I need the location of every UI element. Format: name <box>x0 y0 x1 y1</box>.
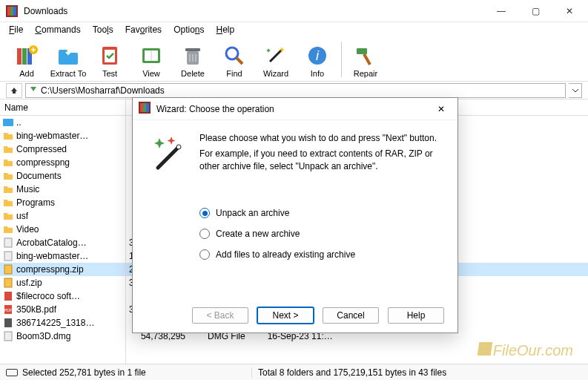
svg-rect-5 <box>22 48 27 65</box>
folder-icon <box>3 157 13 168</box>
svg-rect-32 <box>4 292 12 301</box>
svg-line-21 <box>237 58 242 64</box>
wizard-titlebar[interactable]: Wizard: Choose the operation ✕ <box>133 98 457 120</box>
wizard-dialog: Wizard: Choose the operation ✕ Please ch… <box>132 97 458 333</box>
tool-view[interactable]: View <box>131 40 172 81</box>
list-item[interactable]: Music <box>0 183 125 196</box>
help-button[interactable]: Help <box>388 307 444 324</box>
list-item[interactable]: compresspng <box>0 156 125 169</box>
disk-icon <box>6 369 18 376</box>
wizard-title: Wizard: Choose the operation <box>156 104 425 114</box>
svg-text:PDF: PDF <box>4 308 12 312</box>
tool-delete[interactable]: Delete <box>172 40 214 81</box>
svg-rect-35 <box>4 318 12 327</box>
tool-test[interactable]: Test <box>89 40 131 81</box>
zip-icon <box>3 278 13 288</box>
menu-options[interactable]: Options <box>168 23 210 36</box>
svg-rect-2 <box>10 7 13 16</box>
tool-wizard[interactable]: Wizard <box>255 40 297 81</box>
list-item[interactable]: Compressed <box>0 142 125 156</box>
svg-rect-36 <box>4 332 12 341</box>
svg-rect-25 <box>357 48 367 54</box>
tool-extract[interactable]: Extract To <box>47 40 89 81</box>
radio-create[interactable]: Create a new archive <box>199 229 444 239</box>
list-item[interactable]: .. <box>0 116 125 129</box>
drive-icon <box>3 117 13 128</box>
maximize-button[interactable]: ▢ <box>518 0 552 22</box>
svg-rect-38 <box>140 103 143 112</box>
next-button[interactable]: Next > <box>257 307 314 324</box>
wand-icon <box>264 44 288 68</box>
dmg-icon <box>3 331 13 341</box>
down-arrow-icon <box>29 85 38 96</box>
path-dropdown[interactable] <box>569 83 582 98</box>
list-item[interactable]: compresspng.zip <box>0 263 125 276</box>
folder-icon <box>3 224 13 235</box>
radio-icon <box>199 249 210 260</box>
path-input[interactable]: C:\Users\Mosharraf\Downloads <box>25 83 566 98</box>
file-icon <box>3 238 13 248</box>
pdf-icon: PDF <box>3 304 13 315</box>
radio-icon <box>199 208 210 218</box>
video-icon <box>3 318 13 328</box>
menu-tools[interactable]: Tools <box>87 23 119 36</box>
list-item[interactable]: Boom3D.dmg <box>0 330 125 343</box>
list-item[interactable]: Programs <box>0 196 125 209</box>
magnifier-icon <box>222 44 246 68</box>
cancel-button[interactable]: Cancel <box>323 307 379 324</box>
book-open-icon <box>139 44 163 68</box>
list-item[interactable]: Documents <box>0 169 125 183</box>
svg-rect-28 <box>4 238 12 247</box>
svg-rect-40 <box>146 103 149 112</box>
zip-icon <box>3 264 13 275</box>
wizard-text: For example, if you need to extract cont… <box>199 148 444 173</box>
status-selected: Selected 252,781 bytes in 1 file <box>22 367 146 378</box>
menu-commands[interactable]: Commands <box>29 23 86 36</box>
clipboard-check-icon <box>98 44 122 68</box>
list-item[interactable]: usf.zip <box>0 276 125 289</box>
radio-unpack[interactable]: Unpack an archive <box>199 208 444 218</box>
folder-icon <box>3 144 13 154</box>
folder-icon <box>3 171 13 181</box>
status-total: Total 8 folders and 175,219,151 bytes in… <box>258 367 446 378</box>
up-button[interactable] <box>6 83 22 98</box>
folder-icon <box>3 131 13 141</box>
menu-file[interactable]: File <box>3 23 29 36</box>
list-item[interactable]: usf <box>0 209 125 223</box>
wizard-close-button[interactable]: ✕ <box>431 98 452 120</box>
file-icon <box>3 291 13 301</box>
tool-info[interactable]: i Info <box>297 40 338 81</box>
hammer-icon <box>354 44 377 68</box>
back-button: < Back <box>192 307 248 324</box>
minimize-button[interactable]: — <box>484 0 518 22</box>
list-item[interactable]: 386714225_1318… <box>0 316 125 330</box>
list-item[interactable]: bing-webmaster… <box>0 249 125 263</box>
svg-rect-27 <box>3 119 13 126</box>
window-title: Downloads <box>24 6 484 16</box>
list-item[interactable]: $filecroco soft… <box>0 289 125 303</box>
wizard-text: Please choose what you wish to do and pr… <box>199 132 444 145</box>
books-plus-icon <box>15 44 39 68</box>
app-icon <box>6 5 18 17</box>
svg-rect-31 <box>4 278 12 287</box>
extract-folder-icon <box>56 44 80 68</box>
titlebar: Downloads — ▢ ✕ <box>0 0 588 22</box>
svg-rect-16 <box>185 48 200 51</box>
list-item[interactable]: AcrobatCatalog… <box>0 236 125 249</box>
list-item[interactable]: Video <box>0 223 125 236</box>
list-item[interactable]: PDF350kB.pdf <box>0 303 125 316</box>
close-button[interactable]: ✕ <box>552 0 587 22</box>
menu-favorites[interactable]: Favorites <box>119 23 168 36</box>
column-header-name[interactable]: Name <box>0 99 125 116</box>
statusbar: Selected 252,781 bytes in 1 file Total 8… <box>0 364 588 380</box>
tool-add[interactable]: Add <box>6 40 47 81</box>
list-item[interactable]: bing-webmaster… <box>0 129 125 142</box>
svg-rect-29 <box>4 252 12 261</box>
tool-find[interactable]: Find <box>214 40 255 81</box>
menu-help[interactable]: Help <box>211 23 241 36</box>
tool-repair[interactable]: Repair <box>345 40 386 81</box>
radio-add[interactable]: Add files to already existing archive <box>199 249 444 260</box>
folder-icon <box>3 197 13 208</box>
svg-line-41 <box>158 147 179 168</box>
app-icon <box>139 102 151 116</box>
